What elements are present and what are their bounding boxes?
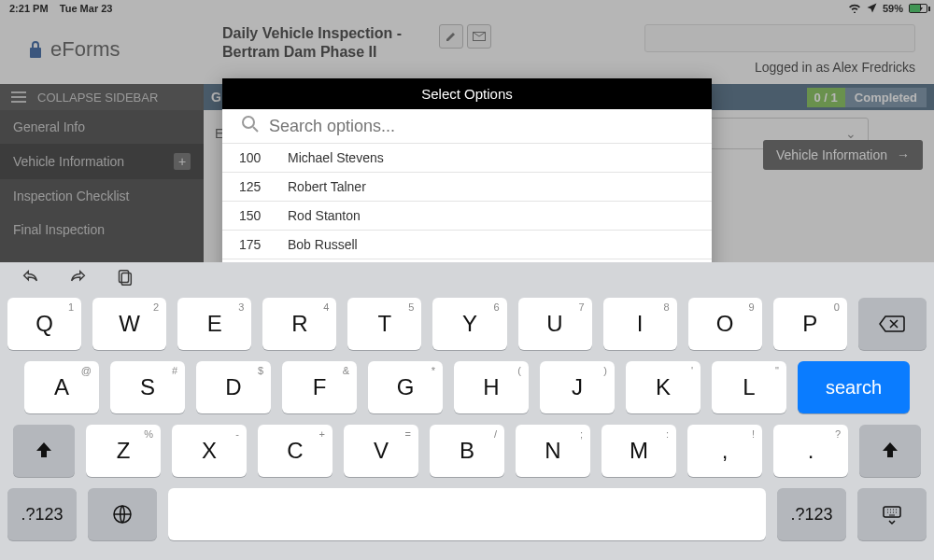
option-row[interactable]: 150Rod Stanton bbox=[222, 201, 712, 230]
key-label: R bbox=[291, 311, 307, 337]
key-sublabel: + bbox=[319, 428, 325, 440]
key-space[interactable] bbox=[168, 488, 766, 540]
option-row[interactable]: 175Bob Russell bbox=[222, 230, 712, 259]
key-sublabel: 4 bbox=[323, 301, 329, 313]
key-hide-keyboard[interactable] bbox=[857, 488, 927, 540]
key-sublabel: 3 bbox=[238, 301, 244, 313]
key-sublabel: : bbox=[666, 428, 669, 440]
key-sublabel: 2 bbox=[153, 301, 159, 313]
key-label: . bbox=[808, 438, 814, 464]
key-label: , bbox=[722, 438, 729, 464]
key-mode-switch-right[interactable]: .?123 bbox=[777, 488, 846, 540]
key-sublabel: 6 bbox=[493, 301, 499, 313]
key-sublabel: = bbox=[405, 428, 411, 440]
key-sublabel: 1 bbox=[68, 301, 74, 313]
key-N[interactable]: ;N bbox=[516, 425, 590, 477]
key-label: T bbox=[378, 311, 392, 337]
key-label: M bbox=[630, 438, 648, 464]
key-label: L bbox=[743, 374, 755, 400]
key-V[interactable]: =V bbox=[344, 425, 418, 477]
key-X[interactable]: -X bbox=[172, 425, 247, 477]
key-sublabel: / bbox=[494, 428, 497, 440]
svg-rect-4 bbox=[121, 273, 131, 286]
key-label: Y bbox=[462, 311, 477, 337]
key-label: F bbox=[313, 374, 327, 400]
key-shift[interactable] bbox=[859, 425, 921, 477]
key-sublabel: 7 bbox=[578, 301, 584, 313]
key-U[interactable]: 7U bbox=[518, 298, 592, 350]
option-id: 150 bbox=[239, 208, 271, 223]
key-T[interactable]: 5T bbox=[347, 298, 421, 350]
key-sublabel: 8 bbox=[664, 301, 670, 313]
key-label: N bbox=[545, 438, 560, 464]
key-S[interactable]: #S bbox=[110, 361, 185, 413]
option-row[interactable]: 125Robert Talner bbox=[222, 172, 712, 201]
option-id: 175 bbox=[239, 237, 271, 252]
key-sublabel: * bbox=[432, 365, 435, 376]
key-E[interactable]: 3E bbox=[177, 298, 251, 350]
key-label: S bbox=[140, 374, 155, 400]
key-label: O bbox=[716, 311, 734, 337]
key-P[interactable]: 0P bbox=[773, 298, 847, 350]
key-W[interactable]: 2W bbox=[92, 298, 166, 350]
key-label: U bbox=[546, 311, 562, 337]
key-globe[interactable] bbox=[88, 488, 157, 540]
undo-icon[interactable] bbox=[21, 268, 41, 292]
option-id: 100 bbox=[239, 150, 271, 165]
key-shift[interactable] bbox=[13, 425, 75, 477]
key-F[interactable]: &F bbox=[282, 361, 357, 413]
key-R[interactable]: 4R bbox=[262, 298, 336, 350]
key-sublabel: 0 bbox=[834, 301, 840, 313]
modal-title: Select Options bbox=[222, 78, 712, 109]
key-L[interactable]: "L bbox=[712, 361, 786, 413]
keyboard-toolbar bbox=[0, 262, 934, 298]
option-row[interactable]: 100Michael Stevens bbox=[222, 143, 712, 172]
clipboard-icon[interactable] bbox=[114, 268, 134, 292]
key-label: Z bbox=[117, 438, 131, 464]
key-,[interactable]: !, bbox=[687, 425, 762, 477]
key-label: C bbox=[287, 438, 303, 464]
key-label: W bbox=[119, 311, 140, 337]
key-label: Q bbox=[35, 311, 53, 337]
key-search[interactable]: search bbox=[798, 361, 910, 413]
key-K[interactable]: 'K bbox=[626, 361, 700, 413]
key-G[interactable]: *G bbox=[368, 361, 443, 413]
key-C[interactable]: +C bbox=[258, 425, 333, 477]
key-Q[interactable]: 1Q bbox=[7, 298, 81, 350]
key-label: A bbox=[54, 374, 69, 400]
key-sublabel: & bbox=[343, 365, 349, 376]
key-Y[interactable]: 6Y bbox=[432, 298, 506, 350]
key-sublabel: " bbox=[775, 365, 779, 376]
key-sublabel: ) bbox=[603, 365, 607, 376]
search-icon bbox=[241, 115, 260, 137]
svg-line-2 bbox=[253, 127, 258, 132]
key-label: .?123 bbox=[21, 505, 63, 525]
key-label: X bbox=[202, 438, 217, 464]
key-label: K bbox=[656, 374, 671, 400]
modal-search-input[interactable] bbox=[269, 117, 693, 136]
redo-icon[interactable] bbox=[67, 268, 88, 292]
key-.[interactable]: ?. bbox=[773, 425, 848, 477]
key-mode-switch[interactable]: .?123 bbox=[7, 488, 77, 540]
option-name: Bob Russell bbox=[288, 237, 358, 252]
key-J[interactable]: )J bbox=[540, 361, 615, 413]
select-options-modal: Select Options 100Michael Stevens125Robe… bbox=[222, 78, 712, 287]
key-H[interactable]: (H bbox=[454, 361, 529, 413]
key-D[interactable]: $D bbox=[196, 361, 271, 413]
key-sublabel: ! bbox=[752, 428, 755, 440]
key-M[interactable]: :M bbox=[601, 425, 676, 477]
key-sublabel: @ bbox=[81, 365, 92, 376]
key-O[interactable]: 9O bbox=[688, 298, 762, 350]
key-backspace[interactable] bbox=[858, 298, 927, 350]
option-name: Rod Stanton bbox=[288, 208, 361, 223]
key-A[interactable]: @A bbox=[24, 361, 99, 413]
key-B[interactable]: /B bbox=[430, 425, 504, 477]
key-sublabel: 5 bbox=[408, 301, 414, 313]
key-sublabel: $ bbox=[258, 365, 263, 376]
key-I[interactable]: 8I bbox=[603, 298, 677, 350]
key-label: P bbox=[802, 311, 817, 337]
key-Z[interactable]: %Z bbox=[86, 425, 161, 477]
key-label: V bbox=[374, 438, 389, 464]
key-sublabel: 9 bbox=[749, 301, 755, 313]
option-name: Robert Talner bbox=[288, 179, 366, 194]
